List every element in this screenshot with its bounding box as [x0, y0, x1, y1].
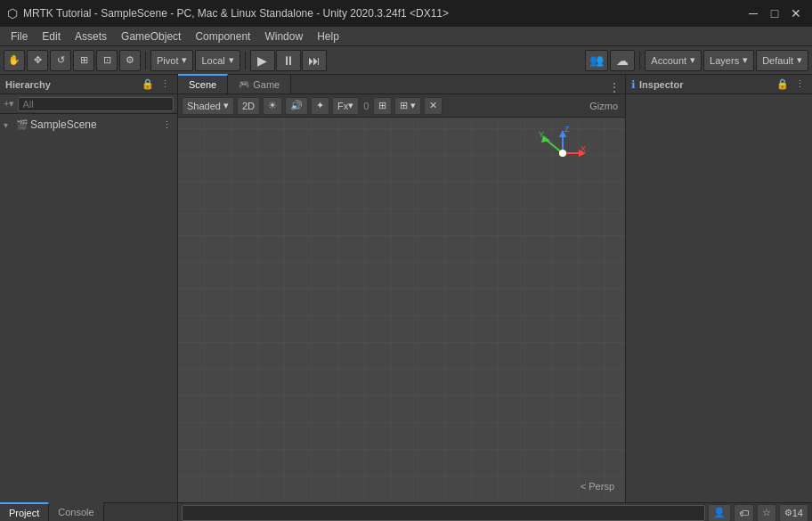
assets-tag-icon[interactable]: 🏷: [734, 504, 754, 522]
svg-text:X: X: [581, 144, 586, 153]
maximize-button[interactable]: □: [766, 4, 784, 22]
account-arrow: ▾: [690, 54, 695, 66]
inspector-header: ℹ Inspector 🔒 ⋮: [626, 75, 812, 94]
separator-1: [145, 52, 146, 69]
unity-logo-icon: ⬡: [7, 6, 18, 20]
hierarchy-lock-icon[interactable]: 🔒: [141, 77, 155, 92]
2d-toggle[interactable]: 2D: [237, 97, 260, 115]
tool-scale[interactable]: ⊞: [73, 50, 94, 71]
fx-dropdown[interactable]: Fx ▾: [332, 97, 359, 115]
hierarchy-content: ▾ 🎬 SampleScene ⋮: [0, 114, 177, 502]
assets-panel: 👤 🏷 ☆ ⚙ 14 Assets Scenes: [178, 503, 812, 521]
menu-assets[interactable]: Assets: [68, 28, 114, 45]
assets-filter-count[interactable]: ⚙ 14: [779, 504, 808, 522]
close-button[interactable]: ✕: [787, 4, 805, 22]
scene-tab-menu[interactable]: ⋮: [604, 81, 625, 94]
menu-gameobject[interactable]: GameObject: [114, 28, 188, 45]
scene-toolbar: Shaded ▾ 2D ☀ 🔊 ✦ Fx ▾ 0 ⊞ ⊞ ▾ ✕ Gizmo: [178, 94, 625, 118]
step-button[interactable]: ⏭: [302, 50, 327, 71]
menu-window[interactable]: Window: [257, 28, 310, 45]
effects-button[interactable]: ✦: [311, 97, 329, 115]
scene-tabs: Scene 🎮 Game ⋮: [178, 75, 625, 94]
project-tabs: Project Console: [0, 503, 177, 521]
menu-help[interactable]: Help: [310, 28, 346, 45]
tool-rotate[interactable]: ↺: [50, 50, 71, 71]
inspector-menu-icon[interactable]: ⋮: [792, 77, 807, 92]
menu-bar: File Edit Assets GameObject Component Wi…: [0, 27, 812, 46]
inspector-lock-icon[interactable]: 🔒: [775, 77, 790, 92]
gizmo-label: Gizmo: [586, 101, 621, 111]
menu-component[interactable]: Component: [188, 28, 257, 45]
grid-arrow: ▾: [410, 100, 416, 111]
minimize-button[interactable]: ─: [744, 4, 762, 22]
inspector-title: Inspector: [639, 79, 684, 90]
project-tab-label: Project: [9, 508, 39, 518]
scene-tab-label: Scene: [189, 79, 216, 90]
pause-button[interactable]: ⏸: [276, 50, 301, 71]
tool-transform[interactable]: ⚙: [119, 50, 141, 71]
layers-dropdown[interactable]: Layers ▾: [703, 50, 754, 71]
collab-button[interactable]: 👥: [585, 50, 608, 71]
hierarchy-panel: Hierarchy 🔒 ⋮ +▾ ▾ 🎬 SampleScene ⋮: [0, 75, 178, 502]
hierarchy-search-bar: +▾: [0, 94, 177, 114]
inspector-content: [626, 94, 812, 502]
tab-game[interactable]: 🎮 Game: [228, 74, 291, 94]
tab-scene[interactable]: Scene: [178, 74, 228, 94]
audio-button[interactable]: 🔊: [285, 97, 308, 115]
scene-item-menu[interactable]: ⋮: [159, 118, 174, 132]
hierarchy-scene-item[interactable]: ▾ 🎬 SampleScene ⋮: [0, 116, 177, 134]
menu-edit[interactable]: Edit: [35, 28, 68, 45]
svg-point-9: [559, 150, 566, 157]
filter-icon: ⚙: [784, 508, 792, 517]
gizmo-widget: Z X Y: [536, 126, 589, 180]
content-area: Hierarchy 🔒 ⋮ +▾ ▾ 🎬 SampleScene ⋮ Scene: [0, 75, 812, 502]
svg-text:Y: Y: [539, 130, 544, 139]
play-button[interactable]: ▶: [250, 50, 275, 71]
account-dropdown[interactable]: Account ▾: [645, 50, 702, 71]
hidden-objects-button[interactable]: ⊞: [373, 97, 392, 115]
game-tab-label: Game: [253, 79, 280, 90]
layout-dropdown[interactable]: Default ▾: [756, 50, 808, 71]
layout-label: Default: [762, 55, 793, 66]
tool-hand[interactable]: ✋: [4, 50, 25, 71]
pivot-arrow: ▾: [182, 54, 187, 66]
inspector-info-icon: ℹ: [631, 78, 636, 91]
tab-project[interactable]: Project: [0, 502, 49, 521]
inspector-actions: 🔒 ⋮: [775, 77, 807, 92]
assets-search-input[interactable]: [182, 505, 705, 521]
2d-label: 2D: [242, 101, 255, 111]
hierarchy-header: Hierarchy 🔒 ⋮: [0, 75, 177, 94]
tool-rect[interactable]: ⊡: [96, 50, 118, 71]
inspector-panel: ℹ Inspector 🔒 ⋮: [625, 75, 812, 502]
scene-close-btn[interactable]: ✕: [424, 97, 443, 115]
fx-arrow: ▾: [348, 100, 353, 111]
grid-dropdown[interactable]: ⊞ ▾: [394, 97, 421, 115]
play-controls: ▶ ⏸ ⏭: [250, 50, 327, 71]
assets-star-icon[interactable]: ☆: [757, 504, 776, 522]
scene-view[interactable]: Z X Y < Persp: [178, 118, 625, 502]
layout-arrow: ▾: [797, 54, 802, 66]
cloud-button[interactable]: ☁: [610, 50, 635, 71]
pivot-dropdown[interactable]: Pivot ▾: [150, 50, 193, 71]
lighting-button[interactable]: ☀: [263, 97, 282, 115]
hierarchy-add-button[interactable]: +▾: [4, 98, 14, 110]
shading-dropdown[interactable]: Shaded ▾: [182, 97, 234, 115]
title-left: ⬡ MRTK Tutorial - SampleScene - PC, Mac …: [7, 6, 449, 20]
window-controls: ─ □ ✕: [744, 4, 805, 22]
title-bar: ⬡ MRTK Tutorial - SampleScene - PC, Mac …: [0, 0, 812, 27]
hierarchy-search-input[interactable]: [18, 97, 174, 111]
menu-file[interactable]: File: [4, 28, 35, 45]
local-dropdown[interactable]: Local ▾: [195, 50, 240, 71]
layers-label: Layers: [710, 55, 739, 66]
separator-2: [245, 52, 246, 69]
filter-count: 14: [792, 508, 803, 518]
tab-console[interactable]: Console: [49, 502, 103, 521]
hierarchy-menu-icon[interactable]: ⋮: [158, 77, 172, 92]
tool-move[interactable]: ✥: [27, 50, 48, 71]
shading-label: Shaded: [187, 101, 221, 111]
toolbar: ✋ ✥ ↺ ⊞ ⊡ ⚙ Pivot ▾ Local ▾ ▶ ⏸ ⏭ 👥 ☁ Ac…: [0, 46, 812, 75]
hierarchy-actions: 🔒 ⋮: [141, 77, 172, 92]
layers-arrow: ▾: [743, 54, 748, 66]
separator-3: [639, 52, 640, 69]
assets-person-icon[interactable]: 👤: [708, 504, 731, 522]
